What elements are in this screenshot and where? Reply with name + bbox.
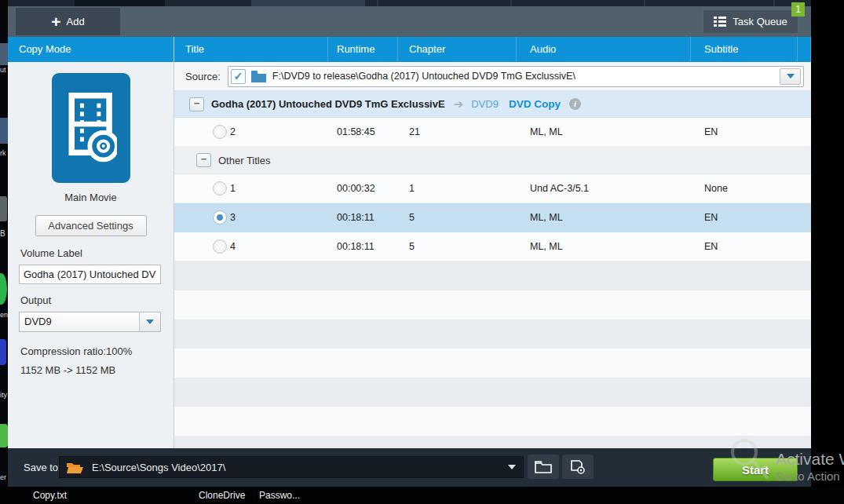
- radio-title-1[interactable]: [213, 181, 227, 195]
- radio-title-4[interactable]: [213, 239, 227, 254]
- radio-title-3-selected[interactable]: [213, 210, 227, 225]
- output-caption: Output: [20, 294, 174, 306]
- folder-outline-icon: [535, 461, 552, 473]
- table-row[interactable]: 1 00:00:32 1 Und AC-3/5.1 None: [174, 174, 811, 203]
- source-row: Source: ✓ F:\DVD9 to release\Godha (2017…: [174, 62, 811, 91]
- other-titles-label: Other Titles: [218, 155, 270, 166]
- chapter-cell: 21: [398, 126, 517, 137]
- task-queue-label: Task Queue: [733, 16, 787, 27]
- window-body: Copy Mode: [8, 37, 811, 448]
- disc-title: Godha (2017) Untouched DVD9 TmG Exclussi…: [211, 98, 445, 110]
- tab-segment-active[interactable]: [251, 0, 365, 6]
- taskbar-item[interactable]: Passwo...: [259, 490, 300, 501]
- runtime-cell: 00:18:11: [328, 212, 398, 223]
- runtime-cell: 01:58:45: [328, 126, 398, 137]
- output-selected-value: DVD9: [20, 312, 139, 331]
- collapse-icon[interactable]: −: [196, 153, 211, 167]
- title-cell: 3: [174, 210, 328, 225]
- desktop-icon-label: rk: [0, 149, 6, 157]
- folder-icon: [251, 71, 266, 82]
- title-number: 2: [230, 126, 236, 137]
- desktop-icon-label: en: [0, 311, 8, 319]
- subtitle-cell: None: [691, 183, 798, 194]
- save-as-image-button[interactable]: [562, 455, 594, 479]
- volume-label-input[interactable]: [19, 265, 161, 284]
- source-dropdown-arrow[interactable]: [780, 68, 801, 85]
- empty-stripe: [174, 378, 811, 407]
- add-button[interactable]: + Add: [16, 8, 120, 35]
- main-movie-tile[interactable]: [52, 73, 130, 183]
- plus-icon: +: [51, 15, 60, 29]
- chevron-down-icon: [139, 312, 160, 331]
- empty-stripe: [174, 407, 811, 436]
- taskbar: Copy.txt CloneDrive Passwo...: [0, 487, 844, 504]
- title-number: 4: [230, 241, 236, 252]
- desktop-icon-label: er: [0, 473, 6, 481]
- info-icon[interactable]: i: [569, 98, 581, 110]
- browse-folder-button[interactable]: [528, 455, 559, 479]
- column-header-subtitle: Subtitle: [691, 37, 798, 62]
- bottom-bar: Save to: E:\Source\Songs Video\2017\: [8, 448, 811, 487]
- activate-windows-text: Activate W: [776, 450, 844, 469]
- subtitle-cell: EN: [691, 241, 798, 252]
- table-row-selected[interactable]: 3 00:18:11 5 ML, ML EN: [174, 203, 811, 232]
- radio-title-2[interactable]: [213, 125, 227, 139]
- sidebar: Copy Mode: [8, 37, 174, 448]
- empty-stripe: [174, 436, 811, 448]
- subtitle-cell: EN: [691, 126, 798, 137]
- desktop-edge-strip: ut rk B en ity er: [0, 0, 8, 504]
- taskbar-item[interactable]: Copy.txt: [33, 490, 67, 501]
- runtime-cell: 00:18:11: [328, 241, 398, 252]
- save-to-label: Save to:: [24, 462, 61, 473]
- toolbar: + Add Task Queue: [8, 6, 811, 37]
- tab-divider: [644, 0, 645, 6]
- title-number: 1: [230, 183, 236, 194]
- desktop-icon-fragment: [0, 339, 6, 365]
- taskbar-item[interactable]: CloneDrive: [199, 490, 245, 501]
- table-row[interactable]: 2 01:58:45 21 ML, ML EN: [174, 118, 811, 147]
- copy-mode-header: Copy Mode: [8, 37, 174, 62]
- task-queue-button[interactable]: Task Queue: [703, 9, 798, 34]
- title-cell: 4: [174, 239, 328, 254]
- file-disc-icon: [570, 460, 586, 474]
- desktop-icon-label: ity: [0, 391, 7, 399]
- chapter-cell: 5: [398, 212, 517, 223]
- title-cell: 2: [174, 125, 328, 139]
- save-dropdown-arrow[interactable]: [508, 465, 516, 469]
- column-header-title: Title: [174, 37, 328, 62]
- table-row[interactable]: 4 00:18:11 5 ML, ML EN: [174, 232, 811, 261]
- source-label: Source:: [185, 71, 221, 82]
- runtime-cell: 00:00:32: [328, 183, 398, 194]
- add-button-label: Add: [67, 16, 85, 27]
- tab-divider: [773, 0, 775, 6]
- column-header-audio: Audio: [517, 37, 691, 62]
- source-checkbox[interactable]: ✓: [231, 69, 246, 84]
- screen: ut rk B en ity er 1 + Add: [0, 0, 844, 504]
- desktop-icon-label: B: [0, 229, 5, 238]
- disc-group-header: − Godha (2017) Untouched DVD9 TmG Exclus…: [174, 91, 811, 118]
- arrow-right-icon: ➔: [454, 97, 464, 111]
- empty-stripe: [174, 349, 811, 378]
- collapse-icon[interactable]: −: [189, 97, 204, 111]
- output-select[interactable]: DVD9: [19, 312, 161, 332]
- title-table: Title Runtime Chapter Audio Subtitle Sou…: [174, 37, 811, 448]
- compression-ratio-text: Compression ratio:100%: [20, 345, 174, 357]
- app-window: 1 + Add Task Queue Copy Mode: [8, 0, 811, 487]
- desktop-icon-fragment: [0, 424, 8, 447]
- filmstrip-disc-icon: [65, 90, 117, 166]
- subtitle-cell: EN: [691, 212, 798, 223]
- task-queue-count-badge: 1: [791, 2, 805, 16]
- title-cell: 1: [174, 181, 328, 195]
- tab-divider: [510, 0, 512, 6]
- desktop-icon-fragment: [0, 273, 7, 305]
- source-combobox[interactable]: ✓ F:\DVD9 to release\Godha (2017) Untouc…: [228, 66, 804, 87]
- copy-mode-link[interactable]: DVD Copy: [509, 98, 561, 110]
- advanced-settings-button[interactable]: Advanced Settings: [35, 215, 147, 236]
- mode-label: Main Movie: [8, 192, 174, 203]
- activate-windows-subtext: Go to Action: [776, 469, 840, 483]
- empty-stripe: [174, 261, 811, 290]
- save-path-field[interactable]: E:\Source\Songs Video\2017\: [59, 456, 524, 478]
- chapter-cell: 5: [398, 241, 517, 252]
- tab-segment[interactable]: [75, 0, 165, 6]
- desktop-icon-label: ut: [0, 66, 6, 74]
